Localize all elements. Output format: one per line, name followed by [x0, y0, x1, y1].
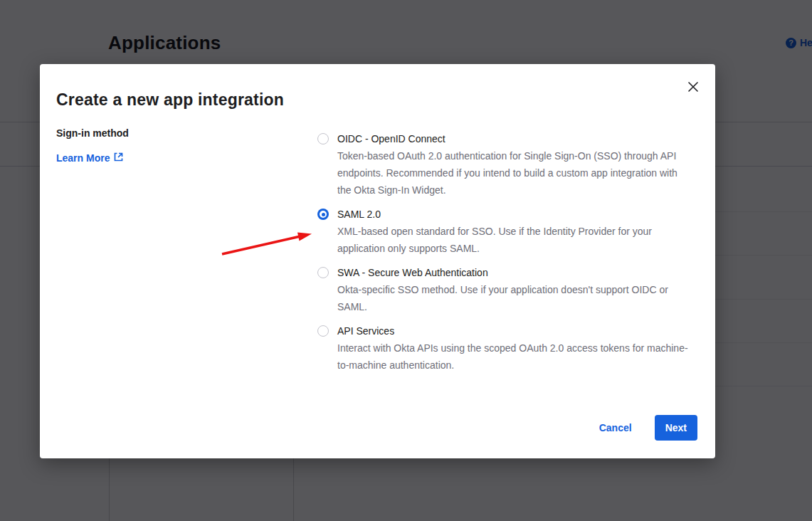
- create-app-integration-dialog: Create a new app integration Sign-in met…: [40, 64, 715, 458]
- radio-option-oidc[interactable]: OIDC - OpenID Connect Token-based OAuth …: [317, 130, 699, 199]
- dialog-title: Create a new app integration: [56, 90, 284, 110]
- learn-more-label: Learn More: [56, 152, 110, 164]
- option-desc-saml: XML-based open standard for SSO. Use if …: [337, 223, 693, 257]
- signin-method-radiogroup: OIDC - OpenID Connect Token-based OAuth …: [317, 130, 699, 381]
- close-button[interactable]: [684, 78, 702, 97]
- close-icon: [688, 82, 698, 94]
- radio-unselected-icon[interactable]: [317, 267, 329, 278]
- option-label-oidc: OIDC - OpenID Connect: [337, 130, 693, 147]
- option-desc-oidc: Token-based OAuth 2.0 authentication for…: [337, 147, 693, 199]
- radio-option-api-services[interactable]: API Services Interact with Okta APIs usi…: [317, 322, 699, 374]
- radio-option-swa[interactable]: SWA - Secure Web Authentication Okta-spe…: [317, 264, 699, 315]
- next-button[interactable]: Next: [655, 415, 697, 441]
- learn-more-link[interactable]: Learn More: [56, 152, 123, 164]
- radio-unselected-icon[interactable]: [317, 133, 329, 144]
- option-label-swa: SWA - Secure Web Authentication: [337, 264, 693, 281]
- signin-method-label: Sign-in method: [56, 127, 129, 139]
- radio-unselected-icon[interactable]: [317, 325, 329, 337]
- external-link-icon: [114, 152, 123, 164]
- radio-selected-icon[interactable]: [317, 209, 329, 220]
- dialog-footer: Cancel Next: [599, 415, 697, 441]
- option-label-api-services: API Services: [337, 322, 693, 340]
- option-desc-swa: Okta-specific SSO method. Use if your ap…: [337, 281, 693, 315]
- option-label-saml: SAML 2.0: [337, 206, 693, 223]
- cancel-button[interactable]: Cancel: [599, 422, 632, 433]
- radio-option-saml[interactable]: SAML 2.0 XML-based open standard for SSO…: [317, 206, 699, 257]
- option-desc-api-services: Interact with Okta APIs using the scoped…: [337, 340, 693, 374]
